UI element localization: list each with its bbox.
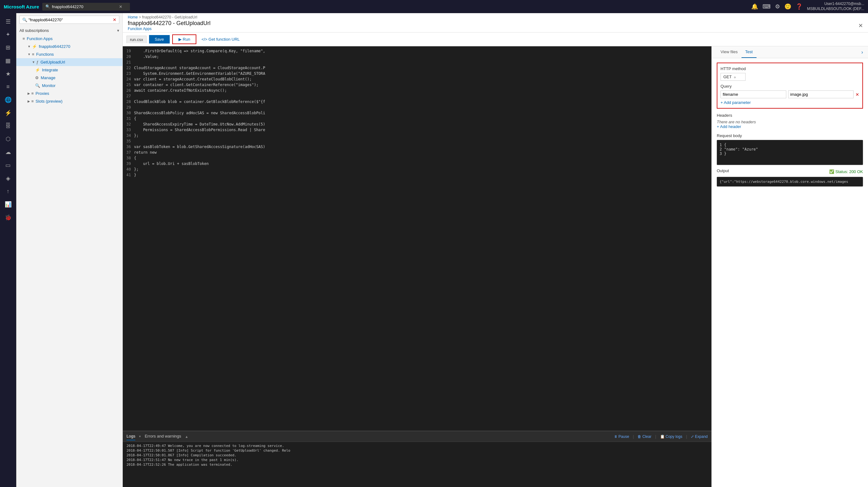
sidebar-item-proxies[interactable]: ▶ ≡ Proxies — [16, 90, 122, 97]
dashboard-icon[interactable]: ⊞ — [0, 42, 16, 54]
http-query-section: HTTP method GET ⬦ Query ✕ — [717, 63, 863, 108]
log-tab-logs[interactable]: Logs — [126, 432, 135, 441]
settings-icon[interactable]: ⚙ — [775, 3, 780, 10]
resources-icon[interactable]: ▦ — [0, 55, 16, 67]
save-button[interactable]: Save — [149, 35, 170, 43]
log-tab-errors-arrow[interactable]: ▲ — [185, 435, 188, 439]
expand-arrow-proxies: ▶ — [28, 92, 30, 95]
all-services-icon[interactable]: ≡ — [0, 81, 16, 93]
sidebar-item-manage[interactable]: ⚙ Manage — [16, 74, 122, 82]
sidebar-item-slots[interactable]: ▶ ≡ Slots (preview) — [16, 97, 122, 105]
copy-label: Copy logs — [666, 434, 682, 439]
code-icon[interactable]: ◈ — [0, 172, 16, 184]
output-header: Output ✅ Status: 200 OK — [717, 168, 863, 175]
query-value-input[interactable] — [788, 91, 854, 98]
run-button[interactable]: ▶ Run — [172, 34, 197, 44]
log-tab-errors[interactable]: Errors and warnings — [145, 432, 181, 441]
database-icon[interactable]: 🗄 — [0, 120, 16, 132]
output-content: {"url":"https://webstorage6442270.blob.c… — [717, 177, 863, 187]
expand-arrow-getuploadurl: ▼ — [32, 60, 35, 64]
get-function-url-link[interactable]: </> Get function URL — [202, 37, 240, 42]
manage-icon: ⚙ — [35, 75, 39, 80]
search-clear-icon[interactable]: ✕ — [119, 4, 122, 9]
terminal-icon[interactable]: ⌨ — [763, 3, 771, 10]
right-panel: View files Test › HTTP method GET ⬦ Quer… — [711, 46, 868, 487]
page-header: Home > fnapplod6442270 - GetUploadUrl fn… — [123, 13, 868, 33]
add-resource-icon[interactable]: + — [0, 29, 16, 40]
bug-icon[interactable]: 🐞 — [0, 212, 16, 224]
favorites-icon[interactable]: ★ — [0, 68, 16, 80]
icon-sidebar: ☰ + ⊞ ▦ ★ ≡ 🌐 ⚡ 🗄 ⬡ ☁ ▭ ◈ ↑ 📊 🐞 — [0, 13, 16, 487]
nav-search-box: 🔍 ✕ — [20, 15, 119, 24]
network-icon[interactable]: 🌐 — [0, 94, 16, 106]
code-line: 33 Permissions = SharedAccessBlobPermiss… — [123, 128, 711, 133]
subscriptions-row[interactable]: All subscriptions ▾ — [16, 26, 122, 35]
slots-icon: ≡ — [31, 99, 34, 104]
code-line: 38{ — [123, 156, 711, 162]
devtools-icon[interactable]: ⬡ — [0, 133, 16, 145]
right-panel-body: HTTP method GET ⬦ Query ✕ — [712, 58, 868, 487]
editor-toolbar: run.csx Save ▶ Run </> Get function URL — [123, 33, 868, 46]
storage-icon[interactable]: ▭ — [0, 159, 16, 171]
expand-icon: ⤢ — [691, 434, 694, 439]
monitor-icon[interactable]: 📊 — [0, 198, 16, 210]
request-body-section: Request body 1 {2 "name": "Azure"3 } — [717, 133, 863, 165]
code-editor[interactable]: 19 .FirstOrDefault(q => string.Compare(q… — [123, 46, 711, 431]
search-input[interactable] — [52, 4, 115, 9]
tab-view-files[interactable]: View files — [717, 46, 742, 58]
expand-label: Expand — [695, 434, 708, 439]
breadcrumb-current: fnapplod6442270 - GetUploadUrl — [142, 15, 197, 20]
code-line: 39 url = blob.Uri + sasBlobToken — [123, 162, 711, 167]
cloud-icon[interactable]: ☁ — [0, 146, 16, 158]
breadcrumb-sep: > — [139, 15, 142, 20]
breadcrumb-home[interactable]: Home — [128, 15, 138, 20]
http-method-label: HTTP method — [720, 66, 859, 71]
query-key-input[interactable] — [720, 91, 786, 98]
smiley-icon[interactable]: 🙂 — [784, 3, 791, 10]
query-label: Query — [720, 84, 859, 89]
subscriptions-label: All subscriptions — [20, 28, 49, 33]
request-body-editor[interactable]: 1 {2 "name": "Azure"3 } — [717, 140, 863, 165]
add-param-link[interactable]: + Add parameter — [720, 100, 751, 105]
log-tab-logs-arrow[interactable]: ▾ — [139, 434, 141, 439]
sidebar-toggle-icon[interactable]: ☰ — [0, 15, 16, 28]
query-clear-icon[interactable]: ✕ — [856, 92, 859, 97]
sidebar-item-functions[interactable]: ▼ ≡ Functions — [16, 51, 122, 58]
tab-test[interactable]: Test — [742, 46, 756, 58]
sidebar-item-function-apps[interactable]: ≡ Function Apps — [16, 35, 122, 42]
code-line: 29 — [123, 105, 711, 111]
headers-label: Headers — [717, 113, 863, 118]
nav-search-input[interactable] — [29, 18, 112, 22]
query-section: Query ✕ + Add parameter — [720, 84, 859, 105]
monitor-nav-icon: 🔍 — [35, 83, 40, 88]
status-text: Status: 200 OK — [835, 169, 863, 174]
sidebar-item-fnapplod[interactable]: ▼ ⚡ fnapplod6442270 — [16, 42, 122, 51]
deploy-icon[interactable]: ↑ — [0, 186, 16, 197]
log-clear-btn[interactable]: 🗑 Clear — [638, 434, 651, 439]
bell-icon[interactable]: 🔔 — [751, 3, 758, 10]
http-method-select[interactable]: GET ⬦ — [720, 73, 746, 81]
log-expand-btn[interactable]: ⤢ Expand — [691, 434, 708, 439]
proxies-icon: ≡ — [31, 91, 34, 96]
status-badge: ✅ Status: 200 OK — [829, 169, 863, 174]
sidebar-item-monitor[interactable]: 🔍 Monitor — [16, 82, 122, 90]
lightning-icon[interactable]: ⚡ — [0, 107, 16, 119]
play-icon: ▶ — [179, 37, 182, 42]
tab-expand-icon[interactable]: › — [861, 50, 863, 55]
code-line: 25var container = client.GetContainerRef… — [123, 83, 711, 88]
close-panel-icon[interactable]: ✕ — [858, 22, 863, 29]
add-header-link[interactable]: + Add header — [717, 124, 741, 129]
left-panel-header: 🔍 ✕ — [16, 13, 122, 26]
code-line: 41} — [123, 173, 711, 178]
sidebar-item-integrate[interactable]: ⚡ Integrate — [16, 66, 122, 74]
search-icon: 🔍 — [45, 4, 50, 9]
help-icon[interactable]: ❓ — [796, 3, 803, 10]
log-line: 2018-04-17T22:49:47 Welcome, you are now… — [126, 444, 708, 448]
log-line: 2018-04-17T22:51:47 No new trace in the … — [126, 458, 708, 462]
log-pause-btn[interactable]: ⏸ Pause — [614, 434, 629, 439]
sidebar-item-getuploadurl[interactable]: ▼ ƒ GetUploadUrl — [16, 58, 122, 66]
nav-search-clear[interactable]: ✕ — [113, 17, 117, 22]
log-copy-btn[interactable]: 📋 Copy logs — [660, 434, 682, 439]
request-body-line: 2 "name": "Azure" — [720, 147, 860, 152]
user-info[interactable]: User1-6442270@msb... MSBUILDLABSOUTLOOK … — [807, 2, 864, 11]
